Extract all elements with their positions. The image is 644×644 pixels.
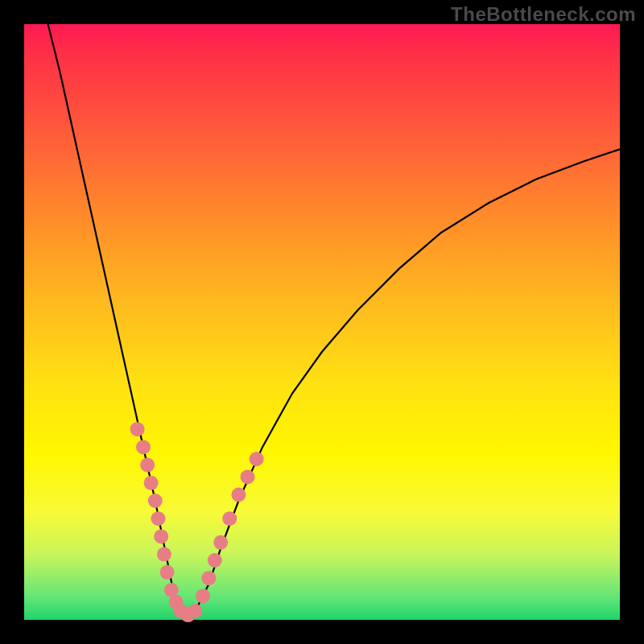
data-markers (130, 422, 264, 622)
data-point (148, 493, 163, 508)
data-point (136, 440, 151, 454)
data-point (241, 469, 255, 484)
data-point (208, 553, 222, 568)
data-point (144, 476, 159, 490)
bottleneck-curve (48, 24, 620, 617)
data-point (130, 422, 145, 436)
data-point (157, 547, 171, 562)
data-point (140, 458, 155, 473)
data-point (154, 529, 168, 543)
watermark-text: TheBottleneck.com (451, 3, 636, 26)
chart-frame: TheBottleneck.com (0, 0, 644, 644)
data-point (196, 588, 210, 603)
data-point (160, 565, 175, 580)
data-point (213, 535, 228, 550)
data-point (201, 571, 216, 585)
data-point (231, 488, 246, 502)
chart-svg (24, 24, 620, 620)
data-point (151, 511, 166, 526)
plot-area (24, 24, 620, 620)
data-point (222, 511, 237, 526)
data-point (250, 452, 264, 466)
data-point (188, 604, 202, 618)
